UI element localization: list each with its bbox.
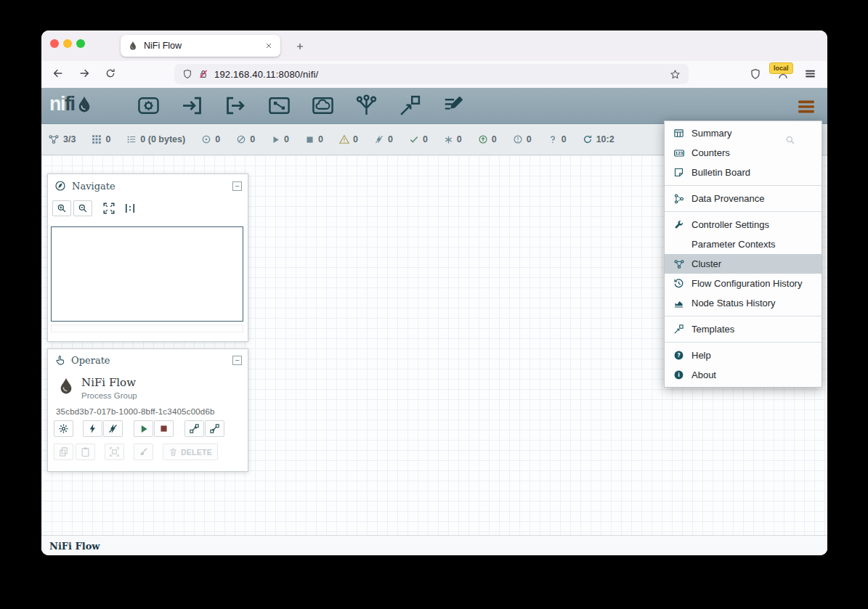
minimize-window-button[interactable] bbox=[63, 39, 72, 48]
cluster-icon bbox=[48, 134, 60, 145]
zoom-fit-button[interactable] bbox=[102, 202, 115, 215]
start-button[interactable] bbox=[134, 420, 153, 437]
not-transmitting-status: 0 bbox=[236, 134, 255, 144]
stop-button[interactable] bbox=[154, 420, 174, 437]
global-menu-button[interactable] bbox=[797, 97, 816, 116]
zoom-out-button[interactable] bbox=[73, 200, 92, 216]
menu-divider bbox=[665, 211, 822, 212]
protections-shield-icon[interactable] bbox=[750, 68, 761, 80]
tab-title: NiFi Flow bbox=[144, 41, 259, 51]
ring-slash-icon bbox=[236, 134, 246, 144]
menu-divider bbox=[665, 316, 822, 316]
warning-icon bbox=[339, 134, 349, 144]
collapse-operate-button[interactable]: − bbox=[232, 356, 242, 365]
menu-item-data-provenance[interactable]: Data Provenance bbox=[665, 189, 822, 208]
menu-item-flow-configuration-history[interactable]: Flow Configuration History bbox=[665, 274, 822, 293]
search-icon[interactable] bbox=[785, 135, 795, 145]
input-port-component-button[interactable] bbox=[180, 94, 204, 118]
funnel-component-button[interactable] bbox=[354, 94, 378, 118]
delete-button[interactable]: DELETE bbox=[163, 444, 218, 460]
provenance-icon bbox=[673, 192, 685, 205]
grid-icon bbox=[92, 134, 102, 144]
disabled-status: 0 bbox=[374, 134, 393, 144]
enable-button[interactable] bbox=[83, 420, 102, 437]
copy-button[interactable] bbox=[54, 444, 73, 460]
menu-divider bbox=[665, 342, 822, 343]
operate-panel: Operate − NiFi Flow Process Group 35cbd3… bbox=[47, 348, 248, 472]
menu-divider bbox=[665, 185, 822, 186]
browser-menu-hamburger-icon[interactable] bbox=[805, 68, 816, 79]
tab-close-icon[interactable] bbox=[264, 41, 273, 50]
connected-nodes-status: 3/3 bbox=[48, 134, 76, 145]
flow-name: NiFi Flow bbox=[81, 376, 136, 389]
configuration-button[interactable] bbox=[54, 420, 73, 437]
question-icon bbox=[548, 134, 558, 144]
reload-button[interactable] bbox=[105, 68, 116, 79]
create-template-button[interactable] bbox=[205, 420, 224, 437]
wrench-icon bbox=[673, 218, 685, 231]
processor-component-button[interactable] bbox=[137, 94, 161, 118]
bang-circle-icon bbox=[513, 134, 523, 144]
fill-color-button[interactable] bbox=[134, 444, 153, 460]
menu-item-bulletin-board[interactable]: Bulletin Board bbox=[665, 163, 822, 182]
template-component-button[interactable] bbox=[398, 94, 422, 118]
menu-item-summary[interactable]: Summary bbox=[665, 123, 822, 143]
flow-id: 35cbd3b7-017b-1000-8bff-1c3405c00d6b bbox=[56, 407, 215, 416]
global-menu: Summary Counters Bulletin Board Data Pro… bbox=[664, 120, 822, 388]
url-bar[interactable]: 192.168.40.11:8080/nifi/ bbox=[174, 64, 689, 84]
bulletin-note-icon bbox=[673, 166, 685, 179]
area-chart-icon bbox=[673, 297, 685, 309]
stop-icon bbox=[305, 135, 315, 144]
flow-type: Process Group bbox=[81, 391, 137, 400]
birdseye-view[interactable] bbox=[51, 226, 243, 322]
upload-template-button[interactable] bbox=[184, 420, 204, 437]
birdseye-slider[interactable] bbox=[51, 324, 243, 332]
insecure-lock-icon[interactable] bbox=[198, 69, 208, 79]
menu-item-node-status-history[interactable]: Node Status History bbox=[665, 293, 822, 313]
refresh-status: 10:2 bbox=[583, 134, 615, 144]
zoom-in-button[interactable] bbox=[52, 200, 71, 216]
hand-pointer-icon bbox=[54, 355, 65, 366]
locally-modified-status: 0 bbox=[444, 134, 462, 144]
menu-item-templates[interactable]: Templates bbox=[665, 319, 822, 339]
disable-button[interactable] bbox=[103, 420, 123, 437]
new-tab-button[interactable] bbox=[291, 37, 309, 55]
template-icon bbox=[673, 323, 685, 335]
zoom-window-button[interactable] bbox=[76, 39, 85, 48]
cluster-icon bbox=[673, 258, 685, 270]
menu-item-counters[interactable]: Counters bbox=[665, 143, 822, 163]
queued-status: 0 (0 bytes) bbox=[126, 134, 185, 144]
bookmark-star-icon[interactable] bbox=[670, 69, 681, 80]
menu-item-parameter-contexts[interactable]: Parameter Contexts bbox=[665, 234, 822, 254]
list-icon bbox=[126, 134, 137, 144]
breadcrumb[interactable]: NiFi Flow bbox=[49, 541, 100, 552]
remote-process-group-component-button[interactable] bbox=[311, 94, 335, 118]
up-to-date-status: 0 bbox=[409, 134, 428, 144]
browser-toolbar: 192.168.40.11:8080/nifi/ local bbox=[41, 61, 827, 89]
back-button[interactable] bbox=[52, 68, 64, 79]
menu-item-cluster[interactable]: Cluster bbox=[665, 254, 822, 274]
menu-item-help[interactable]: Help bbox=[665, 346, 822, 365]
close-window-button[interactable] bbox=[50, 39, 59, 48]
label-component-button[interactable] bbox=[442, 94, 466, 118]
zoom-actual-size-button[interactable] bbox=[123, 202, 137, 215]
profile-badge: local bbox=[770, 63, 792, 73]
output-port-component-button[interactable] bbox=[224, 94, 248, 118]
last-refresh-time: 10:2 bbox=[596, 134, 615, 144]
collapse-navigate-button[interactable]: − bbox=[232, 181, 242, 191]
asterisk-icon bbox=[444, 135, 453, 144]
process-group-component-button[interactable] bbox=[267, 94, 291, 118]
menu-item-about[interactable]: About bbox=[665, 365, 822, 385]
stale-status: 0 bbox=[478, 134, 497, 144]
menu-item-controller-settings[interactable]: Controller Settings bbox=[665, 215, 822, 234]
forward-button[interactable] bbox=[78, 68, 90, 79]
summary-table-icon bbox=[673, 127, 685, 139]
tracking-protection-shield-icon[interactable] bbox=[182, 69, 192, 79]
paste-button[interactable] bbox=[76, 444, 95, 460]
refresh-icon[interactable] bbox=[583, 134, 593, 144]
component-toolbar bbox=[137, 94, 466, 118]
browser-tab[interactable]: NiFi Flow bbox=[121, 35, 280, 57]
navigate-panel: Navigate − bbox=[47, 173, 248, 342]
group-button[interactable] bbox=[105, 444, 124, 460]
browser-window: NiFi Flow 192.168.40.11:8080/nifi/ local… bbox=[41, 30, 827, 555]
